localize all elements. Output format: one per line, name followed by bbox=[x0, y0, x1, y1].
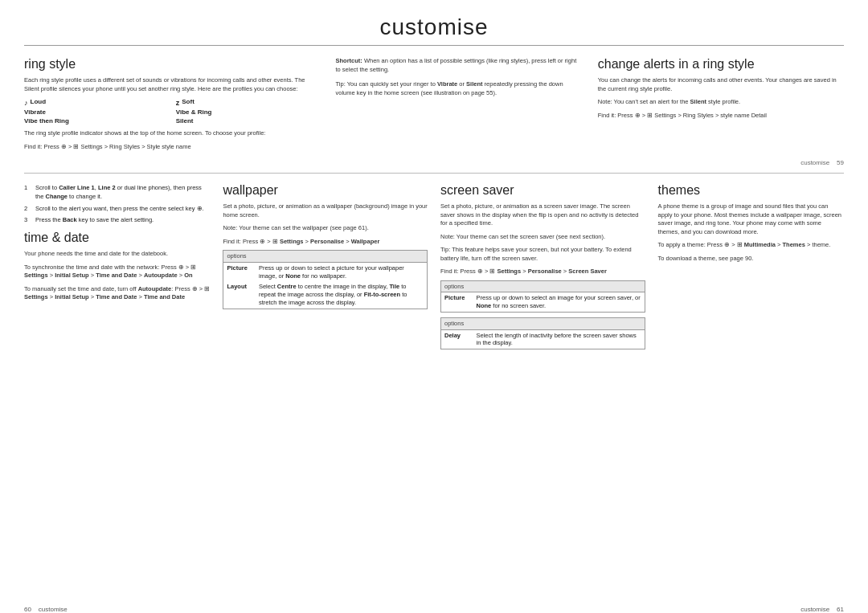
step-2-text: Scroll to the alert you want, then press… bbox=[35, 204, 204, 213]
top-content: ring style Each ring style profile uses … bbox=[0, 46, 868, 159]
wallpaper-options-table: options Picture Press up or down to sele… bbox=[223, 250, 428, 309]
step-2-num: 2 bbox=[24, 204, 32, 213]
bottom-content: 1 Scroll to Caller Line 1, Line 2 or dua… bbox=[0, 177, 868, 606]
screensaver-picture-text: Press up or down to select an image for … bbox=[473, 292, 645, 313]
step-2: 2 Scroll to the alert you want, then pre… bbox=[24, 204, 210, 213]
change-alerts-note: Note: You can't set an alert for the Sil… bbox=[598, 98, 844, 107]
change-alerts-find-it: Find it: Press ⊕ > ⊞ Settings > Ring Sty… bbox=[598, 112, 844, 121]
screensaver-delay-header: options bbox=[441, 317, 645, 329]
profile-vibe-ring: Vibe & Ring bbox=[176, 108, 320, 116]
footer-left: 60 customise bbox=[24, 606, 68, 613]
wallpaper-note: Note: Your theme can set the wallpaper (… bbox=[223, 224, 428, 233]
screensaver-tip: Tip: This feature helps save your screen… bbox=[440, 246, 645, 263]
themes-apply: To apply a theme: Press ⊕ > ⊞ Multimedia… bbox=[658, 241, 844, 250]
screensaver-picture-label: Picture bbox=[441, 292, 473, 313]
tips-section: Shortcut: When an option has a list of p… bbox=[336, 57, 582, 151]
wallpaper-options-header: options bbox=[223, 251, 428, 263]
change-alerts-title: change alerts in a ring style bbox=[598, 57, 844, 72]
shortcut-text: Shortcut: When an option has a list of p… bbox=[336, 57, 582, 74]
themes-section: themes A phone theme is a group of image… bbox=[658, 183, 844, 598]
screensaver-body: Set a photo, picture, or animation as a … bbox=[440, 202, 645, 228]
wallpaper-title: wallpaper bbox=[223, 183, 428, 198]
profile-silent: Silent bbox=[176, 117, 320, 125]
ring-style-title: ring style bbox=[24, 57, 320, 72]
ring-style-body: Each ring style profile uses a different… bbox=[24, 76, 320, 93]
screensaver-options-table: options Picture Press up or down to sele… bbox=[440, 280, 645, 313]
step-1-text: Scroll to Caller Line 1, Line 2 or dual … bbox=[35, 183, 210, 202]
profile-soft-label: Soft bbox=[182, 98, 194, 105]
step-3-text: Press the Back key to save the alert set… bbox=[35, 215, 154, 224]
middle-divider bbox=[24, 173, 844, 174]
profile-vibrate: Vibrate bbox=[24, 108, 168, 116]
page-title: customise bbox=[0, 0, 868, 45]
wallpaper-body: Set a photo, picture, or animation as a … bbox=[223, 202, 428, 219]
screensaver-section: screen saver Set a photo, picture, or an… bbox=[440, 183, 645, 598]
profiles-grid: ♪ Loud z Soft Vibrate Vibe & Ring Vibe t bbox=[24, 98, 320, 125]
loud-icon: ♪ bbox=[24, 99, 28, 107]
top-section: customise ring style Each ring style pro… bbox=[0, 0, 868, 170]
themes-download: To download a theme, see page 90. bbox=[658, 255, 844, 264]
screensaver-note: Note: Your theme can set the screen save… bbox=[440, 233, 645, 242]
time-date-title: time & date bbox=[24, 231, 210, 245]
footer-right-num: 61 bbox=[837, 606, 844, 613]
time-date-body: Your phone needs the time and date for t… bbox=[24, 250, 210, 259]
wallpaper-picture-text: Press up or down to select a picture for… bbox=[256, 262, 428, 281]
screensaver-title: screen saver bbox=[440, 183, 645, 198]
ring-style-section: ring style Each ring style profile uses … bbox=[24, 57, 320, 151]
time-date-section: time & date Your phone needs the time an… bbox=[24, 231, 210, 302]
step-1: 1 Scroll to Caller Line 1, Line 2 or dua… bbox=[24, 183, 210, 202]
step-1-num: 1 bbox=[24, 183, 32, 202]
soft-icon: z bbox=[176, 99, 180, 107]
bottom-page-row: 60 customise customise 61 bbox=[0, 606, 868, 613]
wallpaper-picture-label: Picture bbox=[223, 262, 256, 281]
screensaver-find-it: Find it: Press ⊕ > ⊞ Settings > Personal… bbox=[440, 268, 645, 276]
themes-body: A phone theme is a group of image and so… bbox=[658, 202, 844, 236]
profile-loud-label: Loud bbox=[31, 98, 47, 105]
left-col: 1 Scroll to Caller Line 1, Line 2 or dua… bbox=[24, 183, 210, 598]
footer-left-num: 60 bbox=[24, 606, 31, 613]
footer-left-label: customise bbox=[39, 606, 68, 613]
tip-text: Tip: You can quickly set your ringer to … bbox=[336, 80, 582, 97]
ring-indicator-text: The ring style profile indicator shows a… bbox=[24, 129, 320, 138]
numbered-steps: 1 Scroll to Caller Line 1, Line 2 or dua… bbox=[24, 183, 210, 224]
change-alerts-body: You can change the alerts for incoming c… bbox=[598, 76, 844, 93]
profile-vibethenring-label: Vibe then Ring bbox=[24, 117, 69, 125]
wallpaper-find-it: Find it: Press ⊕ > ⊞ Settings > Personal… bbox=[223, 238, 428, 247]
profile-loud: ♪ Loud bbox=[24, 98, 168, 107]
step-3-num: 3 bbox=[24, 215, 32, 224]
profile-vibe-then-ring: Vibe then Ring bbox=[24, 117, 168, 125]
profile-vibering-label: Vibe & Ring bbox=[176, 108, 212, 116]
screensaver-delay-label: Delay bbox=[441, 329, 473, 349]
step-3: 3 Press the Back key to save the alert s… bbox=[24, 215, 210, 224]
screensaver-options-header: options bbox=[441, 280, 645, 292]
screensaver-delay-text: Select the length of inactivity before t… bbox=[473, 329, 645, 349]
top-footer-right: customise 59 bbox=[800, 159, 844, 166]
profile-vibrate-label: Vibrate bbox=[24, 108, 46, 116]
ring-find-it: Find it: Press ⊕ > ⊞ Settings > Ring Sty… bbox=[24, 143, 320, 152]
footer-right-label: customise bbox=[800, 606, 829, 613]
wallpaper-layout-text: Select Centre to centre the image in the… bbox=[256, 281, 428, 309]
footer-right: customise 61 bbox=[800, 606, 844, 613]
change-alerts-section: change alerts in a ring style You can ch… bbox=[598, 57, 844, 151]
themes-title: themes bbox=[658, 183, 844, 198]
wallpaper-layout-label: Layout bbox=[223, 281, 256, 309]
page-container: customise ring style Each ring style pro… bbox=[0, 0, 868, 613]
profile-soft: z Soft bbox=[176, 98, 320, 107]
wallpaper-section: wallpaper Set a photo, picture, or anima… bbox=[223, 183, 428, 598]
profile-silent-label: Silent bbox=[176, 117, 194, 125]
screensaver-delay-table: options Delay Select the length of inact… bbox=[440, 317, 645, 349]
time-date-manual: To manually set the time and date, turn … bbox=[24, 285, 210, 302]
time-date-sync: To synchronise the time and date with th… bbox=[24, 264, 210, 280]
